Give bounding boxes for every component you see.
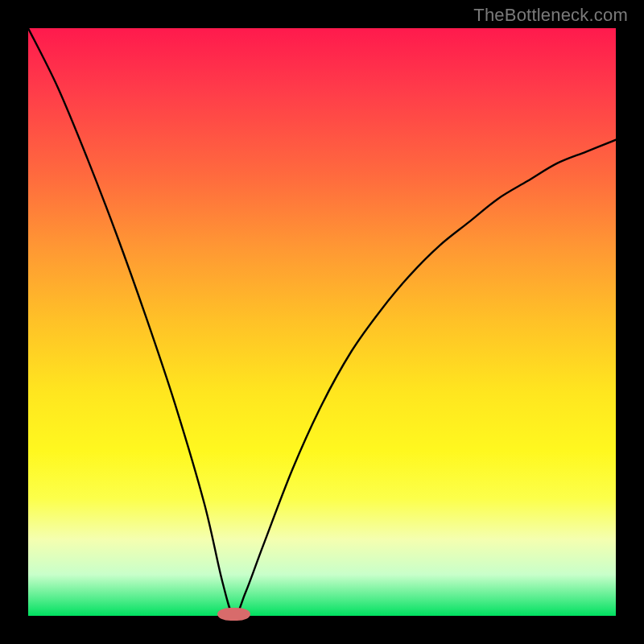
plot-area bbox=[28, 28, 616, 616]
bottleneck-curve bbox=[28, 28, 616, 616]
minimum-marker bbox=[217, 608, 250, 621]
watermark-text: TheBottleneck.com bbox=[473, 5, 628, 26]
chart-frame: TheBottleneck.com bbox=[0, 0, 644, 644]
